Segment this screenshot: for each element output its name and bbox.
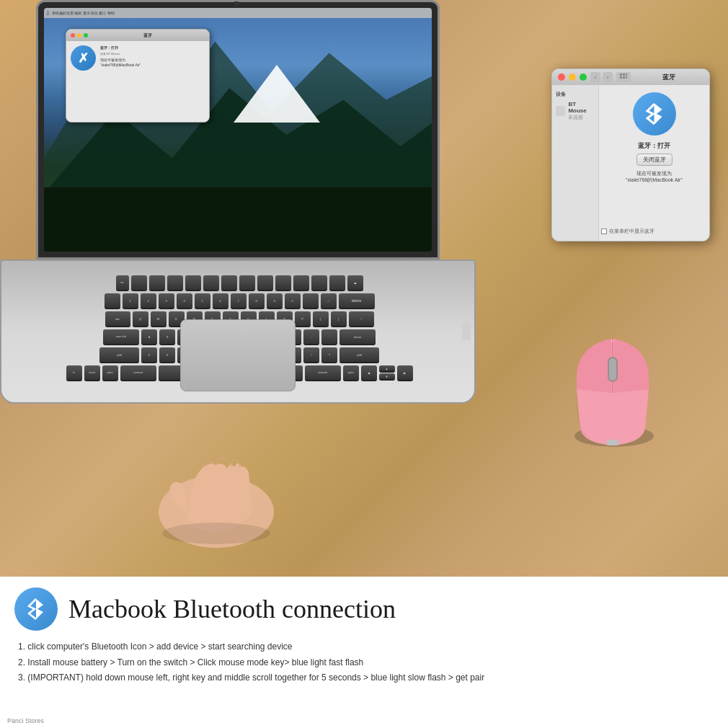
popup-bt-status: 蓝牙：打开 xyxy=(638,141,670,151)
usb-dongle xyxy=(462,322,471,340)
toggle-bt-button[interactable]: 关闭蓝牙 xyxy=(636,154,672,166)
minimize-dot xyxy=(77,33,81,37)
popup-minimize-dot[interactable] xyxy=(569,74,576,81)
hand-svg xyxy=(144,418,303,548)
key-down: ▼ xyxy=(379,373,395,381)
key-f7 xyxy=(239,275,255,291)
device-row-btmouse: BT Mouse 未连接 xyxy=(556,101,595,121)
key-f8 xyxy=(257,275,273,291)
svg-rect-17 xyxy=(607,440,618,445)
laptop-area:  系统偏好设置 编辑 显示 前往 窗口 帮助 xyxy=(0,0,505,577)
close-dot xyxy=(71,33,75,37)
popup-body: 设备 BT Mouse 未连接 蓝牙：打开 关闭蓝牙 xyxy=(552,85,709,241)
screen-bt-status: 蓝牙：打开 xyxy=(100,45,141,50)
svg-rect-11 xyxy=(623,76,625,79)
key-delete: ⏏ xyxy=(347,275,363,291)
bt-popup-window: ‹ › 蓝牙 设备 BT Mouse 未连接 xyxy=(551,68,710,241)
svg-marker-4 xyxy=(234,65,320,123)
popup-nav-buttons: ‹ › xyxy=(590,72,613,82)
screen-discover-label: 现在可被发现为 xyxy=(100,58,141,63)
key-up: ▲ xyxy=(379,365,395,373)
key-3: 3 xyxy=(159,293,174,309)
key-6: 6 xyxy=(213,293,228,309)
key-2: 2 xyxy=(141,293,156,309)
step-2: 2. Install mouse battery > Turn on the s… xyxy=(18,655,714,671)
bt-icon-screen: ✗ xyxy=(71,45,96,71)
device-name: BT Mouse 未连接 xyxy=(568,101,595,121)
key-7: 7 xyxy=(231,293,247,309)
screen-bt-device: 设备 BT Mouse xyxy=(100,52,141,56)
device-label: BT Mouse xyxy=(568,101,595,114)
key-updown: ▲ ▼ xyxy=(379,365,395,381)
key-f6 xyxy=(221,275,237,291)
store-label: Panci Stores xyxy=(7,717,44,724)
step-1: 1. click computer's Bluetooth Icon > add… xyxy=(18,639,714,655)
key-return: return xyxy=(339,329,376,345)
screen-bt-dialog: 蓝牙 ✗ 蓝牙：打开 设备 BT Mouse 现在可被发现为 "xialei76… xyxy=(66,29,210,123)
screen-content:  系统偏好设置 编辑 显示 前往 窗口 帮助 xyxy=(44,8,432,252)
key-minus: - xyxy=(303,293,319,309)
desktop-wallpaper: 蓝牙 ✗ 蓝牙：打开 设备 BT Mouse 现在可被发现为 "xialei76… xyxy=(44,18,432,252)
key-quote: ' xyxy=(321,329,337,345)
svg-rect-12 xyxy=(626,76,627,79)
key-f10 xyxy=(293,275,309,291)
bluetooth-symbol xyxy=(642,101,667,127)
forward-button[interactable]: › xyxy=(603,72,613,82)
key-5: 5 xyxy=(195,293,210,309)
menu-bar-checkbox[interactable] xyxy=(601,228,607,234)
apps-grid-button[interactable] xyxy=(616,72,631,82)
key-8: 8 xyxy=(249,293,265,309)
macos-menubar:  系统偏好设置 编辑 显示 前往 窗口 帮助 xyxy=(44,8,432,18)
key-q: Q xyxy=(133,311,148,327)
key-f9 xyxy=(275,275,291,291)
svg-point-6 xyxy=(162,523,270,544)
key-slash: / xyxy=(303,347,319,363)
key-rcommand: command xyxy=(305,365,341,381)
key-f2 xyxy=(149,275,165,291)
key-question: ? xyxy=(321,347,337,363)
maximize-dot xyxy=(84,33,88,37)
grid-icon xyxy=(620,74,627,81)
key-roption: option xyxy=(343,365,359,381)
key-lshift: shift xyxy=(99,347,139,363)
key-option: option xyxy=(102,365,118,381)
svg-rect-16 xyxy=(609,358,616,381)
device-icon xyxy=(556,106,565,116)
key-rbracket: ] xyxy=(331,311,347,327)
popup-close-dot[interactable] xyxy=(558,74,565,81)
key-4: 4 xyxy=(177,293,192,309)
key-backslash: \ xyxy=(349,311,374,327)
key-command: command xyxy=(120,365,156,381)
key-left: ◀ xyxy=(361,365,377,381)
key-f11 xyxy=(311,275,327,291)
key-w: W xyxy=(151,311,167,327)
key-semicolon: ; xyxy=(303,329,319,345)
key-equals: = xyxy=(321,293,337,309)
step-3: 3. (IMPORTANT) hold down mouse left, rig… xyxy=(18,670,714,686)
key-s: S xyxy=(159,329,175,345)
popup-main-content: 蓝牙：打开 关闭蓝牙 现在可被发现为 "xialei768的MacBook Ai… xyxy=(599,85,709,241)
info-title: Macbook Bluetooth connection xyxy=(68,594,396,624)
bt-icon-main xyxy=(14,587,58,631)
main-bt-symbol xyxy=(24,597,48,621)
key-p: P xyxy=(295,311,311,327)
wireless-mouse xyxy=(555,317,670,461)
key-control: control xyxy=(84,365,100,381)
menu-bar-label: 在菜单栏中显示蓝牙 xyxy=(609,228,654,235)
popup-maximize-dot[interactable] xyxy=(580,74,587,81)
key-f5 xyxy=(203,275,219,291)
menu-bar-checkbox-area: 在菜单栏中显示蓝牙 xyxy=(601,228,654,235)
back-button[interactable]: ‹ xyxy=(590,72,600,82)
key-backspace: delete xyxy=(339,293,375,309)
key-esc: esc xyxy=(116,275,129,291)
keyboard-row-nums: ` 1 2 3 4 5 6 7 8 9 0 - = delete xyxy=(30,293,448,309)
key-1: 1 xyxy=(123,293,138,309)
key-0: 0 xyxy=(285,293,301,309)
key-fn: fn xyxy=(66,365,82,381)
trackpad[interactable] xyxy=(180,319,296,391)
svg-rect-7 xyxy=(620,74,622,76)
key-a: A xyxy=(141,329,157,345)
info-header: Macbook Bluetooth connection xyxy=(14,587,714,631)
key-right: ▶ xyxy=(397,365,413,381)
key-lbracket: [ xyxy=(313,311,329,327)
